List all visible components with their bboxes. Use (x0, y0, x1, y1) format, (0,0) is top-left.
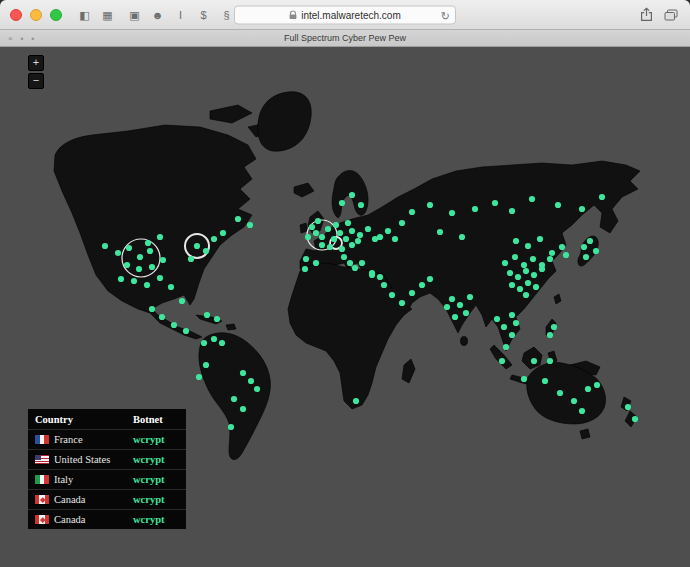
infection-dot (159, 314, 165, 320)
infection-dot (118, 276, 124, 282)
flag-ca-icon (35, 515, 49, 524)
toolbar-nav-icons: ◧▦ (74, 4, 118, 26)
botnet-link[interactable]: wcrypt (133, 494, 165, 505)
infection-dot (126, 245, 132, 251)
infection-dot (235, 216, 241, 222)
botnet-link[interactable]: wcrypt (133, 474, 165, 485)
address-bar[interactable]: intel.malwaretech.com ↻ (234, 5, 456, 24)
infection-dot (494, 316, 500, 322)
infection-dot (315, 218, 321, 224)
infections-table: Country Botnet FrancewcryptUnited States… (28, 409, 186, 529)
infection-dot (537, 236, 543, 242)
infection-dot (377, 234, 383, 240)
flag-fr-icon (35, 435, 49, 444)
infection-dot (419, 282, 425, 288)
infection-dot (168, 284, 174, 290)
extension-ghost-icon[interactable]: ☻ (147, 4, 168, 26)
tab-title: Full Spectrum Cyber Pew Pew (284, 33, 406, 43)
infection-dot (399, 220, 405, 226)
pinned-tab-icon[interactable]: ▪ (32, 34, 35, 43)
infection-dot (303, 256, 309, 262)
table-row: Italywcrypt (28, 469, 186, 489)
infection-dot (124, 262, 130, 268)
zoom-in-button[interactable]: + (28, 55, 44, 71)
top-sites-icon[interactable]: ▦ (97, 4, 118, 26)
flag-ca-icon (35, 495, 49, 504)
infection-dot (137, 254, 143, 260)
infection-dot (463, 310, 469, 316)
infection-dot (337, 230, 343, 236)
sidebar-icon[interactable]: ◧ (74, 4, 95, 26)
infection-dot (557, 390, 563, 396)
infection-dot (452, 314, 458, 320)
infection-dot (157, 234, 163, 240)
infection-dot (345, 220, 351, 226)
infection-dot (521, 376, 527, 382)
infection-dot (531, 272, 537, 278)
country-name: Italy (54, 474, 73, 485)
infection-dot (583, 254, 589, 260)
infection-dot (179, 298, 185, 304)
infection-dot (188, 256, 194, 262)
infection-dot (593, 248, 599, 254)
infection-dot (587, 238, 593, 244)
infection-dot (369, 272, 375, 278)
close-window-button[interactable] (10, 9, 22, 21)
tab-overview-icon[interactable] (664, 9, 678, 21)
infection-dot (533, 284, 539, 290)
zoom-out-button[interactable]: − (28, 73, 44, 89)
infection-dot (171, 322, 177, 328)
infection-dot (513, 320, 519, 326)
infection-dot (427, 276, 433, 282)
infection-dot (219, 340, 225, 346)
infection-dot (509, 332, 515, 338)
pinned-tab-icon[interactable]: ▪ (21, 34, 24, 43)
reload-button[interactable]: ↻ (441, 8, 450, 22)
infection-dot (211, 236, 217, 242)
infection-dot (449, 210, 455, 216)
infection-dot (352, 265, 358, 271)
infection-dot (240, 370, 246, 376)
infection-dot (349, 192, 355, 198)
infection-dot (231, 396, 237, 402)
infection-dot (444, 304, 450, 310)
share-icon[interactable] (640, 7, 653, 22)
infection-dot (211, 336, 217, 342)
infection-dot (517, 286, 523, 292)
botnet-link[interactable]: wcrypt (133, 514, 165, 525)
infection-dot (341, 254, 347, 260)
infection-dot (147, 248, 153, 254)
tab-close-button[interactable]: × (8, 34, 13, 43)
infection-dot (579, 408, 585, 414)
infection-dot (196, 374, 202, 380)
infection-dot (547, 332, 553, 338)
tab-bar[interactable]: × ▪ ▪ Full Spectrum Cyber Pew Pew (0, 30, 690, 47)
country-column-header: Country (35, 414, 133, 425)
infection-dot (547, 358, 553, 364)
infection-dot (149, 306, 155, 312)
infection-dot (513, 238, 519, 244)
infection-dot (385, 228, 391, 234)
infection-dot (157, 275, 163, 281)
infection-dot (571, 398, 577, 404)
infection-dot (327, 244, 333, 250)
extension-dollar-icon[interactable]: $ (193, 4, 214, 26)
country-name: Canada (54, 494, 86, 505)
infection-dot (377, 274, 383, 280)
infection-dot (305, 234, 311, 240)
extension-grid-icon[interactable]: ▣ (124, 4, 145, 26)
infection-dot (437, 229, 443, 235)
window-controls (10, 9, 62, 21)
continents (54, 92, 640, 460)
infection-dot (131, 278, 137, 284)
botnet-link[interactable]: wcrypt (133, 434, 165, 445)
infection-dot (194, 243, 200, 249)
minimize-window-button[interactable] (30, 9, 42, 21)
toolbar-right-icons (629, 7, 680, 22)
botnet-link[interactable]: wcrypt (133, 454, 165, 465)
extension-serif-i-icon[interactable]: I (170, 4, 191, 26)
infection-dot (523, 292, 529, 298)
infection-dot (254, 386, 260, 392)
infection-dot (102, 243, 108, 249)
zoom-window-button[interactable] (50, 9, 62, 21)
